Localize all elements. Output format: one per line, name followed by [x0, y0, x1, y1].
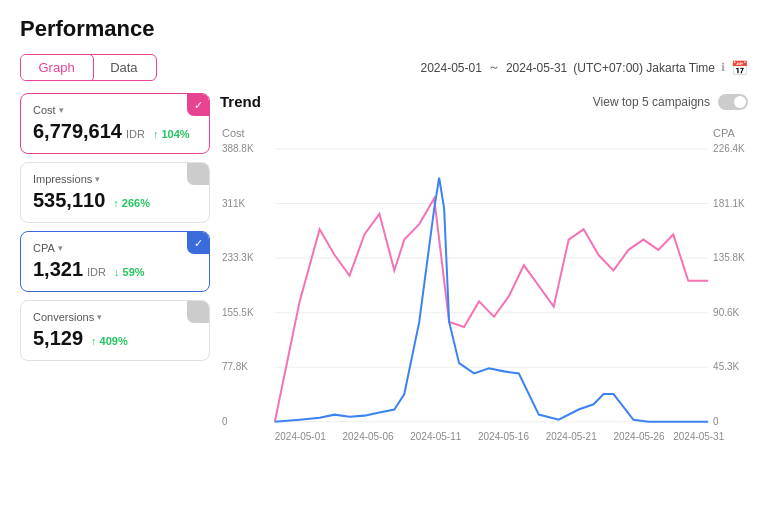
tab-data[interactable]: Data	[92, 55, 155, 80]
corner-impressions	[187, 163, 209, 185]
right-panel: Trend View top 5 campaigns Cost CPA 388.…	[220, 93, 748, 497]
corner-cost: ✓	[187, 94, 209, 116]
calendar-icon[interactable]: 📅	[731, 60, 748, 76]
metric-card-conversions[interactable]: Conversions ▾ 5,129 ↑ 409%	[20, 300, 210, 361]
y-right-tick-4: 90.6K	[713, 307, 739, 318]
view-top-campaigns-toggle[interactable]	[718, 94, 748, 110]
info-icon: ℹ	[721, 61, 725, 74]
y-right-tick-1: 226.4K	[713, 143, 745, 154]
date-start: 2024-05-01	[421, 61, 482, 75]
metric-label-cost: Cost ▾	[33, 104, 197, 116]
metric-label-impressions: Impressions ▾	[33, 173, 197, 185]
y-left-tick-3: 233.3K	[222, 252, 254, 263]
date-range: 2024-05-01 ～ 2024-05-31 (UTC+07:00) Jaka…	[421, 59, 749, 76]
tab-graph[interactable]: Graph	[20, 54, 94, 81]
y-right-tick-6: 0	[713, 416, 719, 427]
metric-card-cost[interactable]: ✓ Cost ▾ 6,779,614 IDR ↑ 104%	[20, 93, 210, 154]
chevron-conversions: ▾	[97, 312, 102, 322]
y-left-tick-5: 77.8K	[222, 361, 248, 372]
y-left-tick-1: 388.8K	[222, 143, 254, 154]
date-separator: ～	[488, 59, 500, 76]
y-right-tick-3: 135.8K	[713, 252, 745, 263]
x-label-1: 2024-05-01	[275, 431, 326, 442]
check-icon-cpa: ✓	[194, 237, 203, 250]
tab-group: Graph Data	[20, 54, 157, 81]
x-label-5: 2024-05-21	[546, 431, 597, 442]
chart-area: Cost CPA 388.8K 311K 233.3K 155.5K 77.8K…	[220, 116, 748, 497]
corner-cpa: ✓	[187, 232, 209, 254]
chart-header: Trend View top 5 campaigns	[220, 93, 748, 110]
metric-card-impressions[interactable]: Impressions ▾ 535,110 ↑ 266%	[20, 162, 210, 223]
chevron-cpa: ▾	[58, 243, 63, 253]
x-label-7: 2024-05-31	[673, 431, 724, 442]
date-end: 2024-05-31	[506, 61, 567, 75]
main-content: ✓ Cost ▾ 6,779,614 IDR ↑ 104% Impression…	[20, 93, 748, 497]
cost-line	[275, 198, 708, 421]
metric-card-cpa[interactable]: ✓ CPA ▾ 1,321 IDR ↓ 59%	[20, 231, 210, 292]
trend-title: Trend	[220, 93, 261, 110]
chevron-cost: ▾	[59, 105, 64, 115]
page-title: Performance	[20, 16, 748, 42]
cpa-line	[275, 178, 708, 422]
top-bar: Graph Data 2024-05-01 ～ 2024-05-31 (UTC+…	[20, 54, 748, 81]
y-left-tick-2: 311K	[222, 197, 245, 208]
metric-value-impressions: 535,110 ↑ 266%	[33, 189, 197, 212]
x-label-2: 2024-05-06	[343, 431, 394, 442]
y-left-tick-6: 0	[222, 416, 228, 427]
view-top-campaigns: View top 5 campaigns	[593, 94, 748, 110]
left-panel: ✓ Cost ▾ 6,779,614 IDR ↑ 104% Impression…	[20, 93, 210, 497]
y-right-tick-2: 181.1K	[713, 197, 745, 208]
metric-label-conversions: Conversions ▾	[33, 311, 197, 323]
chevron-impressions: ▾	[95, 174, 100, 184]
view-top-campaigns-label: View top 5 campaigns	[593, 95, 710, 109]
cpa-axis-label: CPA	[713, 126, 735, 138]
cost-axis-label: Cost	[222, 126, 245, 138]
metric-label-cpa: CPA ▾	[33, 242, 197, 254]
x-label-6: 2024-05-26	[614, 431, 665, 442]
metric-value-conversions: 5,129 ↑ 409%	[33, 327, 197, 350]
main-container: Performance Graph Data 2024-05-01 ～ 2024…	[0, 0, 768, 512]
y-left-tick-4: 155.5K	[222, 307, 254, 318]
chart-svg: Cost CPA 388.8K 311K 233.3K 155.5K 77.8K…	[220, 116, 748, 497]
check-icon-cost: ✓	[194, 99, 203, 112]
x-label-3: 2024-05-11	[410, 431, 461, 442]
metric-value-cpa: 1,321 IDR ↓ 59%	[33, 258, 197, 281]
date-timezone: (UTC+07:00) Jakarta Time	[573, 61, 715, 75]
y-right-tick-5: 45.3K	[713, 361, 739, 372]
metric-value-cost: 6,779,614 IDR ↑ 104%	[33, 120, 197, 143]
x-label-4: 2024-05-16	[478, 431, 529, 442]
corner-conversions	[187, 301, 209, 323]
